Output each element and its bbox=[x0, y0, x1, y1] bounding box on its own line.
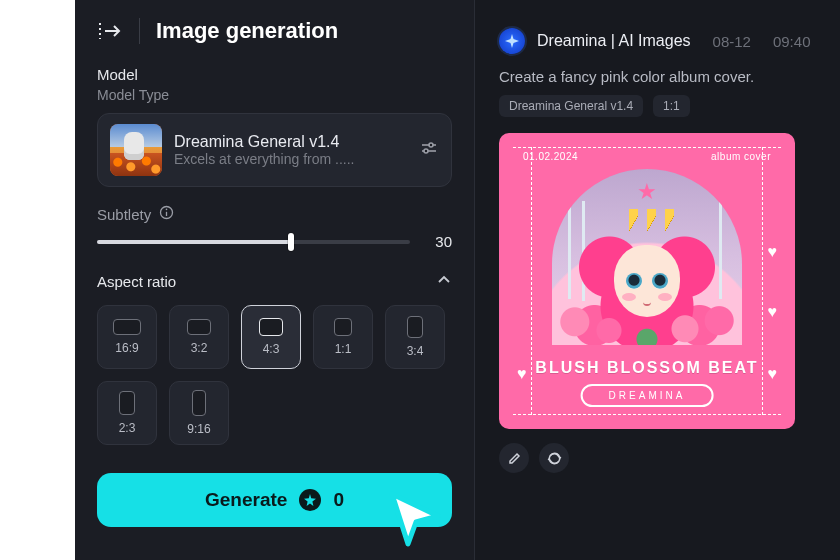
svg-point-4 bbox=[424, 149, 428, 153]
result-time: 09:40 bbox=[773, 33, 811, 50]
divider bbox=[139, 18, 140, 44]
ratio-shape-icon bbox=[334, 318, 352, 336]
model-selector[interactable]: Dreamina General v1.4 Excels at everythi… bbox=[97, 113, 452, 187]
ratio-shape-icon bbox=[259, 318, 283, 336]
prompt-text: Create a fancy pink color album cover. bbox=[499, 68, 840, 85]
generate-button[interactable]: Generate 0 bbox=[97, 473, 452, 527]
result-chip: Dreamina General v1.4 bbox=[499, 95, 643, 117]
info-icon[interactable] bbox=[159, 205, 174, 223]
generated-image[interactable]: 01.02.2024 album cover ★ ♥ ♥ ♥ ♥ BLUSH B… bbox=[499, 133, 795, 429]
ratio-shape-icon bbox=[407, 316, 423, 338]
generate-cost: 0 bbox=[333, 489, 344, 511]
aspect-ratio-grid: 16:93:24:31:13:42:39:16 bbox=[97, 305, 452, 445]
star-icon: ★ bbox=[637, 179, 657, 205]
aspect-ratio-header[interactable]: Aspect ratio bbox=[97, 272, 452, 291]
aspect-ratio-3-4[interactable]: 3:4 bbox=[385, 305, 445, 369]
results-panel: Dreamina | AI Images 08-12 09:40 Create … bbox=[475, 0, 840, 560]
model-name: Dreamina General v1.4 bbox=[174, 133, 407, 151]
svg-point-2 bbox=[429, 143, 433, 147]
result-chip: 1:1 bbox=[653, 95, 690, 117]
subtlety-value: 30 bbox=[424, 233, 452, 250]
heart-icon: ♥ bbox=[768, 303, 778, 321]
subtlety-label: Subtlety bbox=[97, 206, 151, 223]
ratio-label: 3:2 bbox=[191, 341, 208, 355]
result-date: 08-12 bbox=[713, 33, 751, 50]
model-section-label: Model bbox=[97, 66, 452, 83]
chevron-up-icon bbox=[436, 272, 452, 291]
aspect-ratio-3-2[interactable]: 3:2 bbox=[169, 305, 229, 369]
aspect-ratio-label: Aspect ratio bbox=[97, 273, 176, 290]
svg-point-7 bbox=[166, 209, 168, 211]
ratio-shape-icon bbox=[187, 319, 211, 335]
ratio-shape-icon bbox=[119, 391, 135, 415]
album-artist: DREAMINA bbox=[581, 384, 714, 407]
ratio-shape-icon bbox=[192, 390, 206, 416]
aspect-ratio-16-9[interactable]: 16:9 bbox=[97, 305, 157, 369]
result-tags: Dreamina General v1.41:1 bbox=[499, 95, 840, 117]
ratio-shape-icon bbox=[113, 319, 141, 335]
album-tag: album cover bbox=[711, 151, 771, 162]
app-badge-icon bbox=[499, 28, 525, 54]
aspect-ratio-4-3[interactable]: 4:3 bbox=[241, 305, 301, 369]
heart-icon: ♥ bbox=[768, 243, 778, 261]
generate-label: Generate bbox=[205, 489, 287, 511]
regenerate-button[interactable] bbox=[539, 443, 569, 473]
ratio-label: 3:4 bbox=[407, 344, 424, 358]
ratio-label: 4:3 bbox=[263, 342, 280, 356]
ratio-label: 16:9 bbox=[115, 341, 138, 355]
slider-thumb[interactable] bbox=[288, 233, 294, 251]
collapse-icon[interactable] bbox=[97, 20, 123, 42]
model-type-label: Model Type bbox=[97, 87, 452, 103]
model-description: Excels at everything from ..... bbox=[174, 151, 407, 167]
settings-panel: Image generation Model Model Type Dreami… bbox=[75, 0, 475, 560]
result-source: Dreamina | AI Images bbox=[537, 32, 691, 50]
album-title: BLUSH BLOSSOM BEAT bbox=[499, 359, 795, 377]
page-title: Image generation bbox=[156, 18, 338, 44]
ratio-label: 1:1 bbox=[335, 342, 352, 356]
sliders-icon[interactable] bbox=[419, 138, 439, 162]
aspect-ratio-9-16[interactable]: 9:16 bbox=[169, 381, 229, 445]
aspect-ratio-1-1[interactable]: 1:1 bbox=[313, 305, 373, 369]
model-thumbnail bbox=[110, 124, 162, 176]
edit-button[interactable] bbox=[499, 443, 529, 473]
aspect-ratio-2-3[interactable]: 2:3 bbox=[97, 381, 157, 445]
ratio-label: 9:16 bbox=[187, 422, 210, 436]
credits-icon bbox=[299, 489, 321, 511]
ratio-label: 2:3 bbox=[119, 421, 136, 435]
subtlety-slider[interactable] bbox=[97, 240, 410, 244]
album-date: 01.02.2024 bbox=[523, 151, 578, 162]
